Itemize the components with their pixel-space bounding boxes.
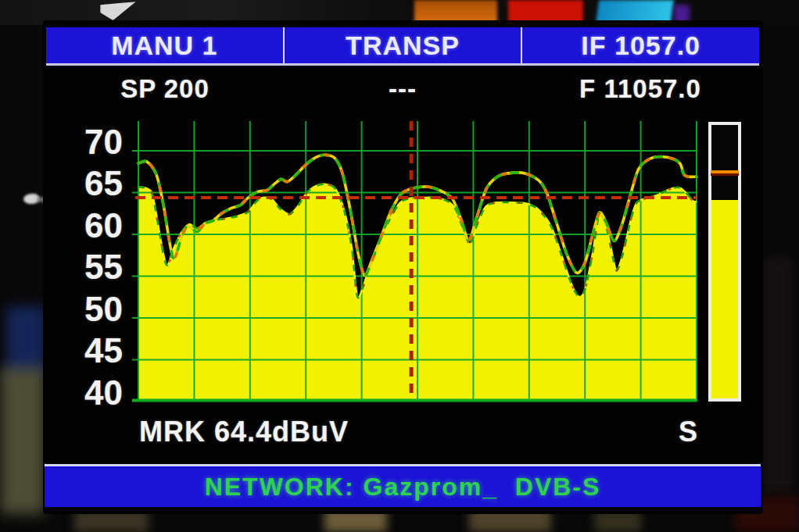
y-axis-label-55: 55 xyxy=(51,250,123,284)
trace-mode-indicator: S xyxy=(668,416,708,448)
header-segment-3[interactable]: IF 1057.0 xyxy=(521,27,759,63)
signal-peak-marker xyxy=(711,170,739,173)
y-axis-label-45: 45 xyxy=(51,334,123,368)
signal-level-fill xyxy=(711,200,738,398)
subheader-cell-2: --- xyxy=(284,72,521,106)
meter-photo-frame: MANU 1TRANSPIF 1057.0 SP 200---F 11057.0… xyxy=(0,0,799,532)
y-axis-label-60: 60 xyxy=(51,209,123,243)
subheader-cell-1: SP 200 xyxy=(46,72,284,106)
header-segment-1[interactable]: MANU 1 xyxy=(46,27,283,63)
signal-level-bar xyxy=(708,122,741,402)
bg-olive-blob-left xyxy=(0,367,45,514)
network-status-text: NETWORK: Gazprom_ DVB-S xyxy=(205,473,601,502)
network-status-bar: NETWORK: Gazprom_ DVB-S xyxy=(45,464,761,507)
y-axis-label-40: 40 xyxy=(51,376,123,410)
subheader-cell-3: F 11057.0 xyxy=(521,72,759,106)
y-axis-label-70: 70 xyxy=(51,125,123,159)
marker-readout: MRK 64.4dBuV xyxy=(139,416,349,448)
header-segment-2[interactable]: TRANSP xyxy=(283,27,521,63)
signal-level-bar-inner xyxy=(711,125,738,398)
y-axis-label-65: 65 xyxy=(51,166,123,201)
header-bar: MANU 1TRANSPIF 1057.0 xyxy=(46,27,759,66)
analyzer-screen: MANU 1TRANSPIF 1057.0 SP 200---F 11057.0… xyxy=(43,20,763,514)
bg-right-column xyxy=(762,258,794,492)
spectrum-plot xyxy=(138,121,697,402)
y-axis-label-50: 50 xyxy=(51,292,123,327)
subheader-row: SP 200---F 11057.0 xyxy=(46,72,759,106)
spectrum-chart xyxy=(138,121,697,402)
